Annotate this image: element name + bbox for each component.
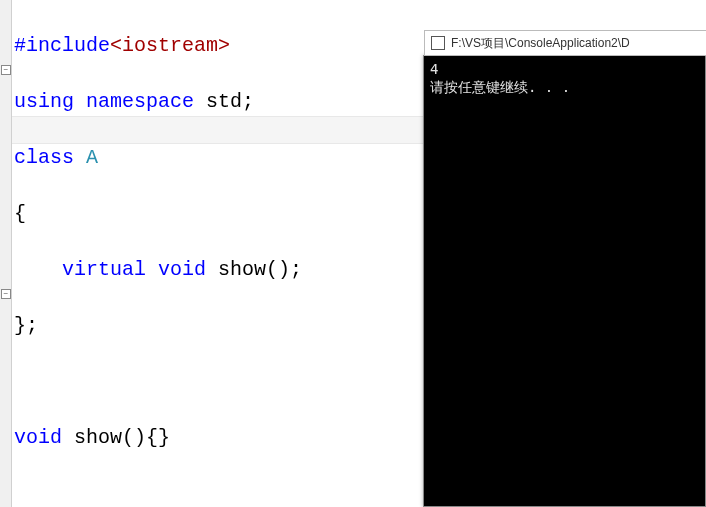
code-line[interactable]	[14, 480, 374, 507]
header: iostream	[122, 34, 218, 57]
func: show	[74, 426, 122, 449]
keyword: virtual	[62, 258, 146, 281]
code-content[interactable]: #include<iostream> using namespace std; …	[14, 4, 374, 507]
parens: ();	[266, 258, 302, 281]
func: show	[218, 258, 266, 281]
console-app-icon	[431, 36, 445, 50]
angle: >	[218, 34, 230, 57]
indent	[14, 258, 62, 281]
console-titlebar[interactable]: F:\VS项目\ConsoleApplication2\D	[424, 30, 706, 56]
angle: <	[110, 34, 122, 57]
keyword: namespace	[86, 90, 194, 113]
code-line[interactable]: #include<iostream>	[14, 32, 374, 60]
code-line[interactable]: using namespace std;	[14, 88, 374, 116]
brace: };	[14, 314, 38, 337]
output-line: 4	[430, 61, 438, 77]
semi: ;	[242, 90, 254, 113]
keyword: class	[14, 146, 74, 169]
fold-icon[interactable]: −	[1, 289, 11, 299]
type: A	[86, 146, 98, 169]
brace: {	[14, 202, 26, 225]
console-title-text: F:\VS项目\ConsoleApplication2\D	[451, 35, 630, 52]
keyword: void	[14, 426, 62, 449]
code-line[interactable]: {	[14, 200, 374, 228]
output-line: 请按任意键继续. . .	[430, 79, 570, 95]
gutter: − −	[0, 0, 12, 507]
preproc: #include	[14, 34, 110, 57]
code-line[interactable]: };	[14, 312, 374, 340]
code-line[interactable]: void show(){}	[14, 424, 374, 452]
console-window[interactable]: F:\VS项目\ConsoleApplication2\D 4 请按任意键继续.…	[423, 55, 706, 507]
code-line[interactable]: virtual void show();	[14, 256, 374, 284]
code-line[interactable]: class A	[14, 144, 374, 172]
ident: std	[206, 90, 242, 113]
keyword: void	[158, 258, 206, 281]
parens: (){}	[122, 426, 170, 449]
console-output[interactable]: 4 请按任意键继续. . .	[424, 56, 705, 100]
keyword: using	[14, 90, 74, 113]
code-line[interactable]	[14, 368, 374, 396]
fold-icon[interactable]: −	[1, 65, 11, 75]
